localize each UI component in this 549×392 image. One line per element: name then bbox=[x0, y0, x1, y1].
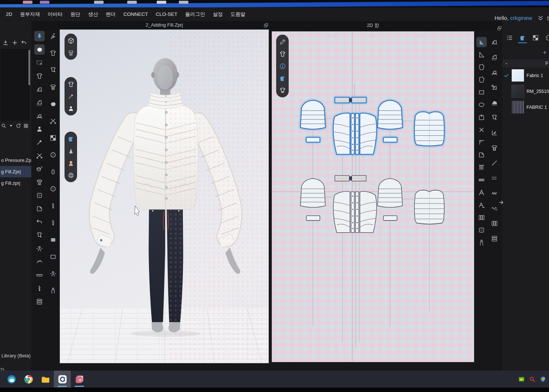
menu-item[interactable]: 플러그인 bbox=[185, 11, 205, 18]
show-garment-tool[interactable] bbox=[66, 80, 75, 89]
fabric-list-header[interactable]: P bbox=[502, 59, 549, 67]
notch-tool[interactable] bbox=[489, 158, 500, 168]
menu-item[interactable]: 렌더 bbox=[106, 11, 116, 18]
tape-measure-tool[interactable] bbox=[34, 257, 45, 267]
select-move-tool[interactable] bbox=[34, 44, 45, 55]
avatar-3d-scene[interactable] bbox=[60, 30, 268, 363]
binding-tool[interactable] bbox=[476, 212, 487, 223]
tab-trim[interactable] bbox=[544, 33, 549, 43]
untack-tool[interactable] bbox=[48, 116, 58, 126]
search-icon[interactable] bbox=[1, 123, 7, 129]
tab-fabric[interactable] bbox=[518, 33, 527, 43]
seam-ripper-tool[interactable] bbox=[476, 125, 487, 135]
file-item[interactable]: o Pressure.Zp bbox=[0, 155, 31, 166]
select-overlap-tool[interactable] bbox=[489, 112, 500, 123]
refresh-drape-tool[interactable] bbox=[34, 217, 45, 227]
ruler-tool[interactable] bbox=[34, 270, 45, 280]
fabric-display-2d-tool[interactable] bbox=[278, 74, 287, 83]
menu-item[interactable]: 생산 bbox=[88, 11, 98, 18]
pocket-tool[interactable] bbox=[489, 218, 500, 229]
float-window-icon[interactable] bbox=[263, 22, 269, 28]
basting-tool[interactable] bbox=[489, 173, 500, 183]
pleats-tool[interactable] bbox=[476, 162, 487, 173]
tray-search-icon[interactable] bbox=[529, 376, 535, 382]
undo-icon[interactable] bbox=[21, 39, 27, 46]
rectangle-fill-tool[interactable] bbox=[48, 235, 58, 245]
refresh-icon[interactable] bbox=[15, 123, 21, 129]
pin-display-tool[interactable] bbox=[66, 92, 75, 101]
fabric-item[interactable]: FABRIC 1 bbox=[502, 99, 549, 115]
add-icon[interactable] bbox=[11, 39, 18, 46]
free-sewing-tool[interactable] bbox=[34, 111, 45, 121]
account-greeting[interactable]: Hello, crkginew bbox=[494, 15, 532, 21]
unfold-pattern-tool[interactable] bbox=[34, 164, 45, 174]
grid-display-tool[interactable] bbox=[66, 171, 75, 180]
text-tool[interactable] bbox=[476, 187, 487, 198]
box-select-tool[interactable] bbox=[34, 58, 45, 68]
light-display-tool[interactable] bbox=[66, 146, 75, 155]
tuck-garment-tool[interactable] bbox=[34, 230, 45, 240]
avatar-skin-display-tool[interactable] bbox=[66, 159, 75, 167]
viewport-2d[interactable] bbox=[272, 31, 474, 362]
fabric-item[interactable]: RM_25510 bbox=[502, 83, 549, 99]
puffer-jacket-3d[interactable] bbox=[93, 93, 239, 248]
zipper-edit-tool[interactable] bbox=[48, 218, 58, 228]
dart-tool[interactable] bbox=[476, 112, 487, 122]
menu-item[interactable]: CONNECT bbox=[124, 11, 148, 17]
menu-item[interactable]: CLO-SET bbox=[156, 11, 178, 17]
mesh-display-tool[interactable] bbox=[66, 48, 75, 57]
trace-tool[interactable] bbox=[476, 137, 487, 148]
fold-pattern-tool[interactable] bbox=[476, 150, 487, 160]
pattern-set-selected[interactable] bbox=[300, 97, 444, 154]
chrome-icon[interactable] bbox=[20, 371, 37, 388]
elastic-tool[interactable] bbox=[489, 188, 500, 198]
layer-clothes-tool[interactable] bbox=[34, 190, 45, 201]
solidify-garment-tool[interactable] bbox=[34, 177, 45, 187]
fuse-tool[interactable] bbox=[489, 97, 500, 108]
animation-tool[interactable] bbox=[48, 31, 58, 41]
pattern-set-unselected[interactable] bbox=[300, 176, 444, 232]
nvidia-icon[interactable] bbox=[518, 376, 525, 382]
texture-edit-tool[interactable] bbox=[48, 133, 58, 143]
file-item[interactable]: g Fill.Zprj bbox=[0, 166, 31, 177]
edge-icon[interactable] bbox=[3, 371, 20, 388]
drag-garment-tool[interactable] bbox=[48, 99, 58, 109]
tab-pattern[interactable] bbox=[531, 33, 540, 43]
rectangle-pattern-tool[interactable] bbox=[476, 87, 487, 97]
view-mode-tool[interactable] bbox=[66, 36, 75, 45]
segment-sewing-tool[interactable] bbox=[34, 84, 45, 94]
fit-garment-tool[interactable] bbox=[34, 124, 45, 134]
grid-view-icon[interactable] bbox=[23, 123, 29, 129]
buttonhole-tool[interactable] bbox=[48, 167, 58, 177]
pattern-3d-tool[interactable] bbox=[48, 285, 58, 296]
pattern-lock-display-tool[interactable] bbox=[278, 86, 287, 95]
base-pattern-tool[interactable] bbox=[476, 225, 487, 235]
alpha-app-icon[interactable]: α bbox=[71, 371, 88, 388]
info-display-tool[interactable] bbox=[278, 62, 287, 70]
dock-window-icon[interactable] bbox=[497, 25, 502, 31]
print-layout-tool[interactable] bbox=[476, 237, 487, 248]
fold-arrangement-tool[interactable] bbox=[34, 204, 45, 214]
pattern-annotation-tool[interactable] bbox=[476, 200, 487, 210]
simulate-tool[interactable] bbox=[34, 31, 45, 41]
clo-app-icon[interactable] bbox=[54, 371, 71, 388]
garment-zipper-tool[interactable] bbox=[34, 283, 45, 294]
menu-item[interactable]: 도움말 bbox=[230, 11, 246, 18]
edit-sewing-tool[interactable] bbox=[34, 97, 45, 108]
defender-icon[interactable] bbox=[540, 376, 546, 382]
transform-pattern-tool[interactable] bbox=[476, 37, 487, 47]
attach-button-tool[interactable] bbox=[48, 184, 58, 194]
grading-tool[interactable] bbox=[489, 128, 500, 138]
measure-garment-tool[interactable] bbox=[34, 243, 45, 254]
pattern-scene[interactable] bbox=[272, 32, 474, 362]
seam-allowance-tool[interactable] bbox=[476, 175, 487, 185]
menu-item[interactable]: 아바타 bbox=[48, 11, 63, 18]
library-scrollbar[interactable] bbox=[28, 50, 30, 85]
select-mesh-tool[interactable] bbox=[34, 71, 45, 81]
pin-tool[interactable] bbox=[34, 137, 45, 148]
down-fill-tool[interactable] bbox=[489, 233, 500, 244]
file-item[interactable]: g Fill.zprj bbox=[0, 177, 31, 189]
menu-item[interactable]: 설정 bbox=[213, 11, 223, 18]
quilt-fill-tool[interactable] bbox=[34, 296, 45, 307]
panel-expand-arrow-icon[interactable] bbox=[498, 200, 504, 205]
